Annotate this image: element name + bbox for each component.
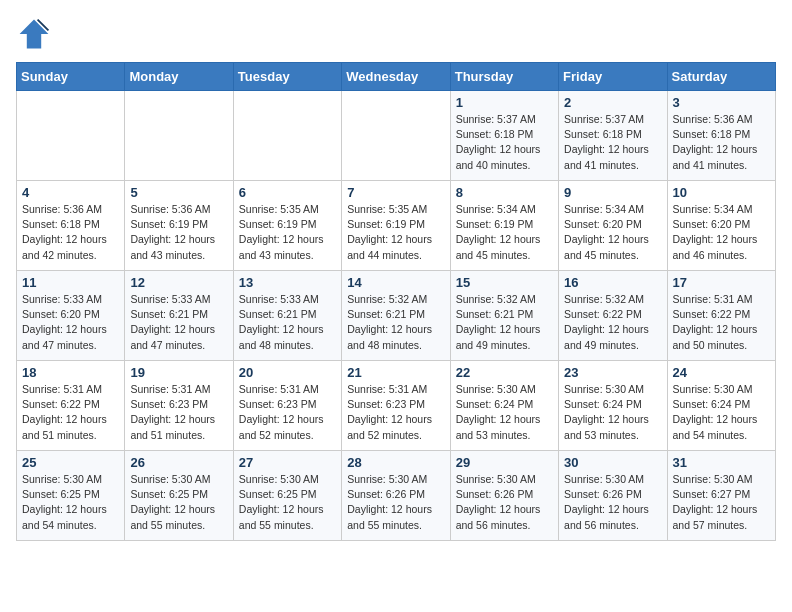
logo	[16, 16, 56, 52]
day-info: Sunrise: 5:33 AMSunset: 6:21 PMDaylight:…	[239, 292, 336, 353]
day-info: Sunrise: 5:31 AMSunset: 6:23 PMDaylight:…	[130, 382, 227, 443]
day-number: 26	[130, 455, 227, 470]
day-info: Sunrise: 5:32 AMSunset: 6:22 PMDaylight:…	[564, 292, 661, 353]
table-row: 25Sunrise: 5:30 AMSunset: 6:25 PMDayligh…	[17, 451, 125, 541]
table-row	[17, 91, 125, 181]
table-row: 10Sunrise: 5:34 AMSunset: 6:20 PMDayligh…	[667, 181, 775, 271]
day-number: 13	[239, 275, 336, 290]
day-number: 14	[347, 275, 444, 290]
day-number: 9	[564, 185, 661, 200]
day-number: 5	[130, 185, 227, 200]
day-number: 7	[347, 185, 444, 200]
logo-icon	[16, 16, 52, 52]
calendar-week-3: 11Sunrise: 5:33 AMSunset: 6:20 PMDayligh…	[17, 271, 776, 361]
day-info: Sunrise: 5:31 AMSunset: 6:22 PMDaylight:…	[673, 292, 770, 353]
day-number: 1	[456, 95, 553, 110]
table-row: 24Sunrise: 5:30 AMSunset: 6:24 PMDayligh…	[667, 361, 775, 451]
table-row: 5Sunrise: 5:36 AMSunset: 6:19 PMDaylight…	[125, 181, 233, 271]
calendar-week-4: 18Sunrise: 5:31 AMSunset: 6:22 PMDayligh…	[17, 361, 776, 451]
table-row: 14Sunrise: 5:32 AMSunset: 6:21 PMDayligh…	[342, 271, 450, 361]
day-number: 19	[130, 365, 227, 380]
table-row: 4Sunrise: 5:36 AMSunset: 6:18 PMDaylight…	[17, 181, 125, 271]
table-row	[125, 91, 233, 181]
day-info: Sunrise: 5:37 AMSunset: 6:18 PMDaylight:…	[456, 112, 553, 173]
day-info: Sunrise: 5:35 AMSunset: 6:19 PMDaylight:…	[239, 202, 336, 263]
day-number: 30	[564, 455, 661, 470]
day-info: Sunrise: 5:36 AMSunset: 6:19 PMDaylight:…	[130, 202, 227, 263]
day-info: Sunrise: 5:33 AMSunset: 6:20 PMDaylight:…	[22, 292, 119, 353]
table-row: 28Sunrise: 5:30 AMSunset: 6:26 PMDayligh…	[342, 451, 450, 541]
day-number: 29	[456, 455, 553, 470]
day-number: 27	[239, 455, 336, 470]
table-row: 20Sunrise: 5:31 AMSunset: 6:23 PMDayligh…	[233, 361, 341, 451]
table-row: 17Sunrise: 5:31 AMSunset: 6:22 PMDayligh…	[667, 271, 775, 361]
table-row: 27Sunrise: 5:30 AMSunset: 6:25 PMDayligh…	[233, 451, 341, 541]
day-number: 6	[239, 185, 336, 200]
day-number: 11	[22, 275, 119, 290]
day-info: Sunrise: 5:33 AMSunset: 6:21 PMDaylight:…	[130, 292, 227, 353]
col-header-monday: Monday	[125, 63, 233, 91]
day-number: 12	[130, 275, 227, 290]
table-row: 18Sunrise: 5:31 AMSunset: 6:22 PMDayligh…	[17, 361, 125, 451]
day-info: Sunrise: 5:31 AMSunset: 6:23 PMDaylight:…	[239, 382, 336, 443]
calendar-week-5: 25Sunrise: 5:30 AMSunset: 6:25 PMDayligh…	[17, 451, 776, 541]
day-info: Sunrise: 5:34 AMSunset: 6:20 PMDaylight:…	[564, 202, 661, 263]
table-row: 26Sunrise: 5:30 AMSunset: 6:25 PMDayligh…	[125, 451, 233, 541]
table-row: 11Sunrise: 5:33 AMSunset: 6:20 PMDayligh…	[17, 271, 125, 361]
day-info: Sunrise: 5:36 AMSunset: 6:18 PMDaylight:…	[22, 202, 119, 263]
table-row: 8Sunrise: 5:34 AMSunset: 6:19 PMDaylight…	[450, 181, 558, 271]
day-info: Sunrise: 5:32 AMSunset: 6:21 PMDaylight:…	[347, 292, 444, 353]
col-header-saturday: Saturday	[667, 63, 775, 91]
table-row: 15Sunrise: 5:32 AMSunset: 6:21 PMDayligh…	[450, 271, 558, 361]
day-number: 3	[673, 95, 770, 110]
day-number: 31	[673, 455, 770, 470]
col-header-wednesday: Wednesday	[342, 63, 450, 91]
day-number: 21	[347, 365, 444, 380]
day-info: Sunrise: 5:31 AMSunset: 6:22 PMDaylight:…	[22, 382, 119, 443]
table-row: 23Sunrise: 5:30 AMSunset: 6:24 PMDayligh…	[559, 361, 667, 451]
day-info: Sunrise: 5:30 AMSunset: 6:25 PMDaylight:…	[22, 472, 119, 533]
day-info: Sunrise: 5:30 AMSunset: 6:25 PMDaylight:…	[239, 472, 336, 533]
day-number: 20	[239, 365, 336, 380]
day-info: Sunrise: 5:37 AMSunset: 6:18 PMDaylight:…	[564, 112, 661, 173]
table-row: 29Sunrise: 5:30 AMSunset: 6:26 PMDayligh…	[450, 451, 558, 541]
table-row: 1Sunrise: 5:37 AMSunset: 6:18 PMDaylight…	[450, 91, 558, 181]
calendar-week-2: 4Sunrise: 5:36 AMSunset: 6:18 PMDaylight…	[17, 181, 776, 271]
day-info: Sunrise: 5:35 AMSunset: 6:19 PMDaylight:…	[347, 202, 444, 263]
day-info: Sunrise: 5:30 AMSunset: 6:24 PMDaylight:…	[456, 382, 553, 443]
table-row: 30Sunrise: 5:30 AMSunset: 6:26 PMDayligh…	[559, 451, 667, 541]
day-number: 4	[22, 185, 119, 200]
table-row: 31Sunrise: 5:30 AMSunset: 6:27 PMDayligh…	[667, 451, 775, 541]
table-row: 22Sunrise: 5:30 AMSunset: 6:24 PMDayligh…	[450, 361, 558, 451]
day-number: 2	[564, 95, 661, 110]
day-info: Sunrise: 5:36 AMSunset: 6:18 PMDaylight:…	[673, 112, 770, 173]
day-info: Sunrise: 5:32 AMSunset: 6:21 PMDaylight:…	[456, 292, 553, 353]
day-number: 22	[456, 365, 553, 380]
col-header-tuesday: Tuesday	[233, 63, 341, 91]
table-row: 13Sunrise: 5:33 AMSunset: 6:21 PMDayligh…	[233, 271, 341, 361]
col-header-thursday: Thursday	[450, 63, 558, 91]
page-header	[16, 16, 776, 52]
table-row: 19Sunrise: 5:31 AMSunset: 6:23 PMDayligh…	[125, 361, 233, 451]
day-info: Sunrise: 5:31 AMSunset: 6:23 PMDaylight:…	[347, 382, 444, 443]
day-info: Sunrise: 5:30 AMSunset: 6:26 PMDaylight:…	[564, 472, 661, 533]
day-info: Sunrise: 5:30 AMSunset: 6:27 PMDaylight:…	[673, 472, 770, 533]
day-info: Sunrise: 5:34 AMSunset: 6:19 PMDaylight:…	[456, 202, 553, 263]
day-info: Sunrise: 5:30 AMSunset: 6:24 PMDaylight:…	[564, 382, 661, 443]
day-info: Sunrise: 5:30 AMSunset: 6:24 PMDaylight:…	[673, 382, 770, 443]
day-number: 25	[22, 455, 119, 470]
col-header-sunday: Sunday	[17, 63, 125, 91]
day-number: 16	[564, 275, 661, 290]
day-info: Sunrise: 5:30 AMSunset: 6:26 PMDaylight:…	[347, 472, 444, 533]
day-number: 18	[22, 365, 119, 380]
table-row: 9Sunrise: 5:34 AMSunset: 6:20 PMDaylight…	[559, 181, 667, 271]
table-row: 12Sunrise: 5:33 AMSunset: 6:21 PMDayligh…	[125, 271, 233, 361]
svg-marker-0	[20, 20, 49, 49]
day-info: Sunrise: 5:30 AMSunset: 6:26 PMDaylight:…	[456, 472, 553, 533]
day-number: 23	[564, 365, 661, 380]
table-row: 2Sunrise: 5:37 AMSunset: 6:18 PMDaylight…	[559, 91, 667, 181]
day-number: 8	[456, 185, 553, 200]
day-info: Sunrise: 5:34 AMSunset: 6:20 PMDaylight:…	[673, 202, 770, 263]
table-row	[342, 91, 450, 181]
table-row: 3Sunrise: 5:36 AMSunset: 6:18 PMDaylight…	[667, 91, 775, 181]
